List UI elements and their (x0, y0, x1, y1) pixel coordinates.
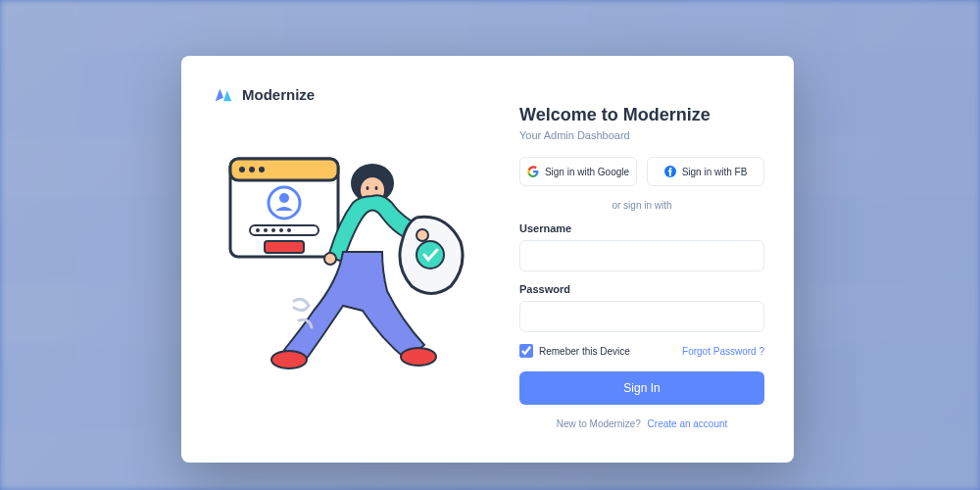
footer-text: New to Modernize? (557, 418, 641, 429)
username-label: Username (519, 222, 764, 234)
google-signin-label: Sign in with Google (545, 167, 629, 177)
brand-name: Modernize (242, 86, 315, 103)
social-login-row: Sign in with Google Sign in with FB (519, 157, 764, 186)
options-row: Remeber this Device Forgot Password ? (519, 344, 764, 358)
svg-point-16 (367, 186, 369, 190)
brand: Modernize (213, 83, 468, 105)
svg-point-2 (239, 167, 245, 172)
svg-point-20 (416, 241, 444, 269)
page-subtitle: Your Admin Dashboard (519, 129, 764, 141)
remember-device-checkbox[interactable]: Remeber this Device (519, 344, 630, 358)
svg-point-18 (271, 351, 307, 368)
login-illustration (211, 149, 485, 404)
signup-footer: New to Modernize? Create an account (519, 418, 764, 429)
svg-point-6 (279, 193, 289, 203)
google-signin-button[interactable]: Sign in with Google (519, 157, 637, 186)
create-account-link[interactable]: Create an account (648, 418, 728, 429)
svg-point-10 (271, 228, 275, 232)
facebook-signin-button[interactable]: Sign in with FB (647, 157, 764, 186)
svg-point-17 (375, 186, 378, 190)
remember-label: Remeber this Device (539, 346, 630, 357)
username-input[interactable] (519, 240, 764, 271)
login-left-panel: Modernize (181, 56, 500, 463)
svg-point-22 (416, 229, 428, 241)
svg-point-4 (259, 167, 265, 172)
forgot-password-link[interactable]: Forgot Password ? (682, 346, 764, 357)
svg-rect-13 (265, 241, 304, 253)
password-label: Password (519, 283, 764, 295)
svg-point-12 (287, 228, 291, 232)
remember-checkbox-input[interactable] (519, 344, 533, 358)
svg-point-11 (279, 228, 283, 232)
facebook-icon (664, 166, 676, 177)
brand-logo-icon (213, 83, 234, 105)
svg-point-9 (264, 228, 268, 232)
login-card: Modernize Welcome to Modern (181, 56, 794, 463)
svg-point-21 (324, 253, 336, 265)
password-input[interactable] (519, 301, 764, 332)
svg-point-19 (401, 348, 436, 366)
facebook-signin-label: Sign in with FB (682, 167, 748, 177)
google-icon (527, 166, 539, 177)
svg-rect-1 (230, 159, 338, 180)
login-form-panel: Welcome to Modernize Your Admin Dashboar… (500, 56, 794, 463)
svg-point-3 (249, 167, 255, 172)
svg-point-8 (256, 228, 260, 232)
signin-button[interactable]: Sign In (519, 371, 764, 405)
divider-text: or sign in with (519, 200, 764, 211)
page-title: Welcome to Modernize (519, 105, 764, 125)
